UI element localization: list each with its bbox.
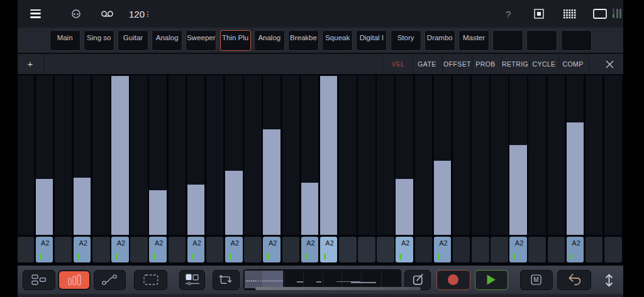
svg-text:M: M xyxy=(533,276,538,283)
